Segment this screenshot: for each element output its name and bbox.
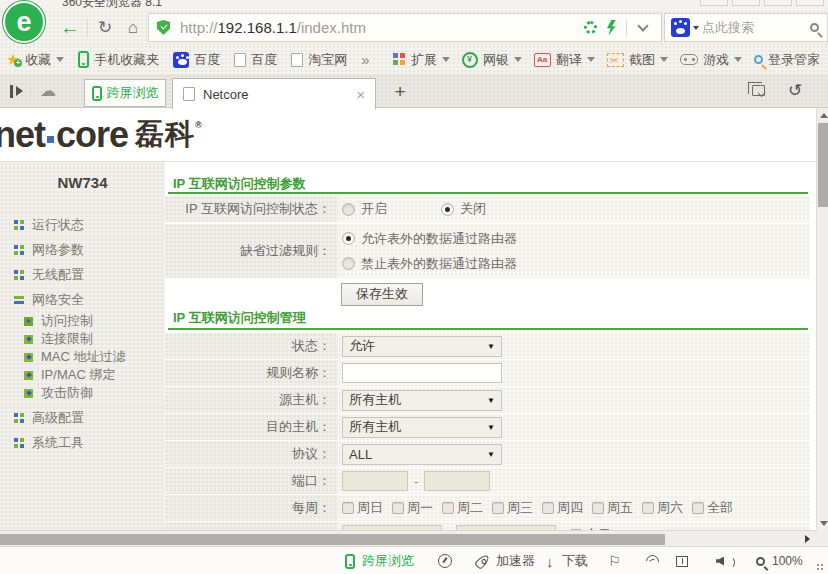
rocket-icon[interactable] [478,547,487,574]
restore-tab-icon[interactable]: ↺ [788,80,802,101]
chevron-down-icon[interactable] [637,20,648,31]
toolbar-games[interactable]: 游戏 [680,51,742,69]
bookmark-baidu-app[interactable]: 百度 [173,51,220,69]
chevron-down-icon[interactable] [734,57,742,62]
tab-list-icon[interactable] [752,85,765,96]
source-host-select[interactable]: 所有主机 [342,390,502,411]
status-select[interactable]: 允许 [342,336,502,357]
checkbox-tuesday[interactable]: 周二 [442,499,483,517]
search-box[interactable] [664,13,828,42]
checkbox-all[interactable]: 全部 [692,499,733,517]
statusbar-cross-screen[interactable]: 跨屏浏览 [362,547,414,574]
bookmark-taobao[interactable]: 淘宝网 [291,51,347,69]
toolbar-translate[interactable]: 翻译 [534,51,595,69]
chevron-down-icon[interactable] [442,57,450,62]
sidebar-item-advanced-config[interactable]: 高级配置 [0,406,165,429]
scroll-right-icon[interactable] [805,535,810,543]
speed-dial-icon[interactable] [438,547,452,574]
chevron-down-icon[interactable] [660,57,668,62]
protocol-select[interactable]: ALL [342,444,502,465]
tab-cross-screen[interactable]: 跨屏浏览 [84,79,166,107]
radio-checked-icon[interactable] [441,203,454,216]
speed-mode-icon[interactable] [606,20,616,36]
url-text[interactable]: http://192.168.1.1/index.htm [180,19,584,36]
checkbox-sunday[interactable]: 周日 [342,499,383,517]
scroll-down-icon[interactable] [820,521,828,526]
vertical-scrollbar[interactable] [816,109,828,530]
back-icon[interactable]: ← [56,10,84,45]
search-engine-caret-icon[interactable] [693,26,699,30]
toolbar-extensions[interactable]: 扩展 [393,51,450,69]
sidebar-item-mac-filter[interactable]: MAC 地址过滤 [0,348,165,366]
download-arrow-icon[interactable]: ↓ [546,547,554,574]
checkbox-icon[interactable] [492,502,504,514]
horizontal-scroll-thumb[interactable] [0,534,665,545]
bookmark-favorites[interactable]: ★ 收藏 [6,51,64,69]
chevron-down-icon[interactable] [56,57,64,62]
checkbox-icon[interactable] [592,502,604,514]
checkbox-wednesday[interactable]: 周三 [492,499,533,517]
scroll-up-icon[interactable] [820,113,828,118]
statusbar-download[interactable]: 下载 [562,547,588,574]
sidebar-item-network-params[interactable]: 网络参数 [0,238,165,261]
checkbox-thursday[interactable]: 周四 [542,499,583,517]
phone-icon[interactable] [345,547,355,574]
site-shield-icon[interactable] [157,20,170,35]
window-close-button[interactable] [764,0,792,6]
checkbox-saturday[interactable]: 周六 [642,499,683,517]
new-tab-button[interactable]: + [388,80,412,104]
reader-mode-icon[interactable] [584,21,597,34]
toolbar-banking[interactable]: 网银 [462,51,522,69]
sidebar-item-system-tools[interactable]: 系统工具 [0,431,165,454]
sidebar-item-wireless-config[interactable]: 无线配置 [0,263,165,286]
toolbar-login-manager[interactable]: 登录管家 [754,51,820,69]
tab-netcore[interactable]: Netcore × [172,78,376,109]
statusbar-accelerator[interactable]: 加速器 [496,547,535,574]
radio-option-allow[interactable]: 允许表外的数据通过路由器 [342,230,517,248]
dest-host-select[interactable]: 所有主机 [342,417,502,438]
speaker-icon[interactable] [716,547,732,574]
radio-icon[interactable] [342,257,355,270]
checkbox-icon[interactable] [692,502,704,514]
rule-name-input[interactable] [342,363,502,383]
sidebar-toggle-icon[interactable] [10,85,24,98]
window-mode-icon[interactable] [676,547,688,574]
vertical-scroll-thumb[interactable] [818,123,828,207]
checkbox-icon[interactable] [542,502,554,514]
zoom-level[interactable]: 100% [772,547,803,574]
sidebar-item-ip-mac-binding[interactable]: IP/MAC 绑定 [0,366,165,384]
baidu-paw-icon[interactable] [671,18,690,37]
save-button[interactable]: 保存生效 [341,283,423,306]
window-minimize-button[interactable] [700,0,728,6]
search-input[interactable] [702,20,807,35]
checkbox-icon[interactable] [442,502,454,514]
address-bar[interactable]: http://192.168.1.1/index.htm [148,13,662,42]
horizontal-scrollbar[interactable] [0,530,816,546]
bookmark-baidu[interactable]: 百度 [234,51,277,69]
sidebar-item-network-security[interactable]: 网络安全 [0,288,165,311]
bookmark-mobile-favorites[interactable]: 手机收藏夹 [78,51,159,69]
window-menu-button[interactable] [796,0,824,6]
home-icon[interactable]: ⌂ [120,10,146,45]
radio-option-on[interactable]: 开启 [342,200,387,218]
radio-icon[interactable] [342,203,355,216]
sidebar-item-attack-defense[interactable]: 攻击防御 [0,384,165,402]
network-swirl-icon[interactable] [646,547,660,574]
radio-option-off[interactable]: 关闭 [441,200,486,218]
radio-option-deny[interactable]: 禁止表外的数据通过路由器 [342,255,517,273]
chevron-down-icon[interactable] [514,57,522,62]
resize-grip[interactable] [816,563,824,571]
reload-icon[interactable]: ↻ [92,10,118,45]
close-icon[interactable]: × [356,87,365,102]
toolbar-screenshot[interactable]: 截图 [607,51,668,69]
checkbox-friday[interactable]: 周五 [592,499,633,517]
window-maximize-button[interactable] [732,0,760,6]
checkbox-icon[interactable] [392,502,404,514]
flag-icon[interactable]: ⚐ [608,547,621,574]
checkbox-icon[interactable] [642,502,654,514]
sidebar-item-running-status[interactable]: 运行状态 [0,213,165,236]
zoom-search-icon[interactable] [756,547,765,574]
sidebar-item-connection-limit[interactable]: 连接限制 [0,330,165,348]
sidebar-item-access-control[interactable]: 访问控制 [0,312,165,330]
cloud-sync-icon[interactable]: ☁ [40,81,56,100]
